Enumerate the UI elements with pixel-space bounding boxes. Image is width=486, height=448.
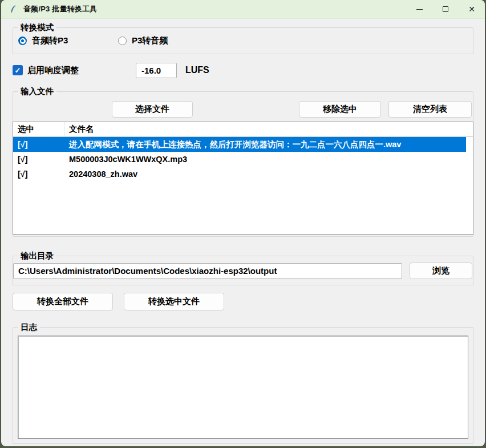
minimize-icon [416,9,423,10]
table-row[interactable]: [√] 进入配网模式，请在手机上连接热点，然后打开浏览器访问：一九二点一六八点四… [13,137,473,152]
title-bar[interactable]: 音频/P3 批量转换工具 ✕ [1,0,485,19]
radio-p3-to-audio[interactable]: P3转音频 [118,35,168,46]
maximize-button[interactable] [432,0,459,18]
radio-unselected-icon [118,37,127,45]
radio-p3-to-audio-label: P3转音频 [132,35,168,46]
loudness-checkbox[interactable]: ✓ [13,65,23,75]
conversion-mode-label: 转换模式 [18,22,56,33]
radio-audio-to-p3-label: 音频转P3 [32,35,68,46]
loudness-row: ✓ 启用响度调整 LUFS [13,62,473,79]
log-group: 日志 [13,327,473,444]
checkmark-icon: ✓ [15,66,21,75]
file-list-header: 选中 文件名 [13,122,473,137]
convert-all-button[interactable]: 转换全部文件 [13,293,113,310]
row-checked-cell: [√] [13,169,64,179]
table-row[interactable]: [√] M500003J0cWK1WWxQX.mp3 [13,152,473,167]
convert-actions-row: 转换全部文件 转换选中文件 [13,293,473,310]
row-filename-cell: 20240308_zh.wav [64,169,473,179]
lufs-unit-label: LUFS [185,65,209,75]
window-controls: ✕ [406,0,485,18]
column-header-checked[interactable]: 选中 [13,122,64,136]
conversion-mode-options: 音频转P3 P3转音频 [18,35,473,46]
input-files-group: 输入文件 选择文件 移除选中 清空列表 选中 文件名 [√] 进入配网模式，请在… [13,91,473,237]
output-directory-group: 输出目录 浏览 [13,256,473,285]
log-textarea[interactable] [18,336,468,439]
window-title: 音频/P3 批量转换工具 [23,4,98,14]
file-list-table: 选中 文件名 [√] 进入配网模式，请在手机上连接热点，然后打开浏览器访问：一九… [13,122,473,235]
log-label: 日志 [18,322,40,333]
browse-button[interactable]: 浏览 [410,263,472,279]
output-row: 浏览 [13,263,473,279]
maximize-icon [443,6,448,12]
conversion-mode-group: 转换模式 音频转P3 P3转音频 [13,27,473,54]
close-button[interactable]: ✕ [459,0,485,18]
clear-list-button[interactable]: 清空列表 [388,101,472,118]
input-files-label: 输入文件 [18,86,56,97]
table-row[interactable]: [√] 20240308_zh.wav [13,167,473,181]
row-checked-cell: [√] [13,155,64,164]
radio-selected-icon [18,37,27,45]
close-icon: ✕ [468,5,475,13]
output-path-input[interactable] [13,263,402,279]
minimize-button[interactable] [406,0,432,18]
app-window: 音频/P3 批量转换工具 ✕ 转换模式 音频转P3 P3转音频 [1,0,485,446]
select-files-button[interactable]: 选择文件 [112,101,193,118]
radio-audio-to-p3[interactable]: 音频转P3 [18,35,118,46]
file-buttons-row: 选择文件 移除选中 清空列表 [13,101,473,118]
remove-selected-button[interactable]: 移除选中 [299,101,381,118]
output-directory-label: 输出目录 [18,251,56,261]
row-filename-cell: M500003J0cWK1WWxQX.mp3 [64,155,473,164]
app-feather-icon [9,5,18,14]
row-checked-cell: [√] [13,140,64,149]
convert-selected-button[interactable]: 转换选中文件 [124,293,224,310]
column-header-filename[interactable]: 文件名 [64,124,473,135]
loudness-checkbox-label: 启用响度调整 [27,65,121,76]
lufs-value-input[interactable] [136,63,177,78]
row-filename-cell: 进入配网模式，请在手机上连接热点，然后打开浏览器访问：一九二点一六八点四点一.w… [64,139,466,150]
